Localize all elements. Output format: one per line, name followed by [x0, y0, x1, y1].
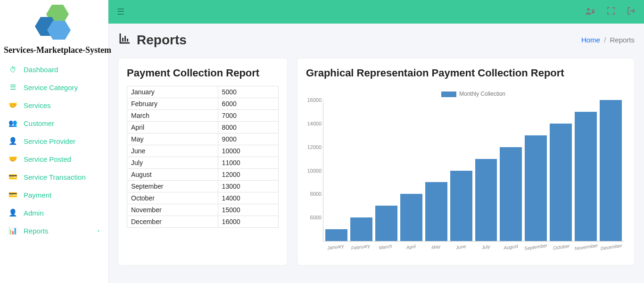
table-cell-month: July	[127, 157, 218, 169]
breadcrumb-separator: /	[604, 36, 606, 44]
chart-bar	[375, 206, 397, 241]
table-row: September13000	[127, 181, 279, 192]
chart-xlabel: January	[322, 242, 348, 251]
sidebar-item-service-posted[interactable]: 🤝Service Posted	[0, 150, 108, 168]
chart-title: Graphical Representaion Payment Collecti…	[306, 67, 626, 79]
dashboard-icon: ⏱	[8, 66, 17, 74]
brand-name: Services-Marketplace-System	[4, 45, 104, 55]
sidebar-item-dashboard[interactable]: ⏱Dashboard	[0, 61, 108, 78]
table-row: May9000	[127, 133, 279, 145]
reports-icon: 📊	[8, 226, 17, 235]
svg-rect-7	[127, 39, 128, 42]
sidebar-item-reports[interactable]: 📊Reports‹	[0, 222, 108, 240]
chart-bar	[550, 124, 572, 241]
sidebar: Services-Marketplace-System ⏱Dashboard☰S…	[0, 0, 108, 283]
chart-ytick: 14000	[305, 121, 322, 126]
chart-ytick: 10000	[305, 168, 322, 174]
table-cell-amount: 9000	[218, 133, 278, 145]
chart-xlabel: March	[373, 242, 398, 251]
table-row: November15000	[127, 204, 279, 216]
sidebar-nav: ⏱Dashboard☰Service Category🤝Services👥Cus…	[0, 55, 108, 245]
table-row: March7000	[127, 110, 279, 122]
sidebar-item-services[interactable]: 🤝Services	[0, 96, 108, 114]
chart-xlabel: August	[498, 242, 524, 251]
sidebar-item-customer[interactable]: 👥Customer	[0, 114, 108, 132]
chart-ytick: 12000	[305, 144, 322, 150]
table-cell-month: May	[127, 133, 218, 145]
chart-bar	[475, 159, 497, 241]
admin-icon: 👤	[8, 208, 17, 217]
chart-bar	[425, 182, 447, 241]
breadcrumb-home[interactable]: Home	[581, 36, 600, 44]
chart-xlabel: Novermber	[573, 242, 599, 251]
table-cell-month: April	[127, 122, 218, 133]
sidebar-item-service-category[interactable]: ☰Service Category	[0, 78, 108, 96]
svg-rect-6	[124, 36, 126, 42]
payment-collection-title: Payment Collection Report	[127, 67, 279, 79]
svg-rect-4	[592, 11, 594, 13]
table-cell-amount: 15000	[218, 204, 278, 216]
chart-bar	[350, 217, 372, 241]
table-cell-amount: 5000	[218, 86, 278, 98]
content: Payment Collection Report January5000Feb…	[108, 52, 644, 271]
table-cell-amount: 12000	[218, 169, 278, 181]
table-cell-amount: 10000	[218, 145, 278, 157]
payment-icon: 💳	[8, 191, 17, 199]
chart-xlabel: December	[598, 242, 624, 251]
table-cell-month: September	[127, 181, 218, 192]
sidebar-item-label: Customer	[24, 119, 99, 127]
sidebar-item-service-provider[interactable]: 👤Service Provider	[0, 132, 108, 150]
chart-icon	[119, 32, 131, 48]
chart-xlabel: April	[398, 242, 423, 251]
expand-icon[interactable]	[607, 7, 615, 17]
table-row: July11000	[127, 157, 279, 169]
table-cell-month: June	[127, 145, 218, 157]
chart-bar	[525, 135, 547, 241]
topbar: ☰	[108, 0, 644, 24]
logout-icon[interactable]	[627, 7, 636, 17]
sidebar-item-label: Admin	[24, 209, 99, 217]
users-icon: 👥	[8, 119, 17, 127]
legend-label: Monthly Collection	[459, 91, 505, 97]
chart-ytick: 8000	[305, 191, 322, 197]
sidebar-item-label: Dashboard	[24, 66, 99, 74]
table-row: February6000	[127, 98, 279, 110]
sidebar-item-payment[interactable]: 💳Payment	[0, 186, 108, 204]
table-cell-month: January	[127, 86, 218, 98]
chart-card: Graphical Representaion Payment Collecti…	[297, 58, 635, 266]
breadcrumb: Home / Reports	[581, 36, 635, 44]
chart-ytick: 6000	[305, 215, 322, 220]
table-cell-amount: 14000	[218, 192, 278, 204]
chart-plot: 6000800010000120001400016000	[323, 100, 624, 241]
page-title: Reports	[119, 32, 187, 48]
list-icon: ☰	[8, 83, 17, 92]
payment-collection-card: Payment Collection Report January5000Feb…	[118, 58, 288, 266]
transaction-icon: 💳	[8, 173, 17, 181]
sidebar-item-admin[interactable]: 👤Admin	[0, 204, 108, 222]
logo-mark	[24, 3, 85, 44]
chart-ytick: 16000	[305, 97, 322, 103]
chart-bar	[575, 112, 597, 241]
chart-bars	[323, 100, 624, 241]
svg-point-3	[587, 8, 590, 11]
chart-bar	[600, 100, 622, 241]
topbar-actions	[586, 7, 636, 17]
sidebar-item-label: Payment	[24, 191, 99, 199]
chart-bar	[500, 147, 522, 241]
sidebar-item-service-transaction[interactable]: 💳Service Transaction	[0, 168, 108, 186]
handshake-icon: 🤝	[8, 101, 17, 109]
table-cell-month: March	[127, 110, 218, 122]
main-area: ☰ Reports Home	[108, 0, 644, 283]
chart-xlabel: June	[448, 242, 473, 251]
chart: Monthly Collection 600080001000012000140…	[306, 86, 626, 256]
hamburger-icon[interactable]: ☰	[117, 7, 124, 17]
user-lock-icon[interactable]	[586, 7, 595, 17]
table-cell-month: August	[127, 169, 218, 181]
table-cell-month: November	[127, 204, 218, 216]
table-row: December16000	[127, 216, 279, 228]
chart-xlabel: May	[423, 242, 448, 251]
payment-collection-table: January5000February6000March7000April800…	[127, 86, 279, 228]
posted-icon: 🤝	[8, 155, 17, 163]
table-cell-amount: 13000	[218, 181, 278, 192]
table-cell-amount: 6000	[218, 98, 278, 110]
